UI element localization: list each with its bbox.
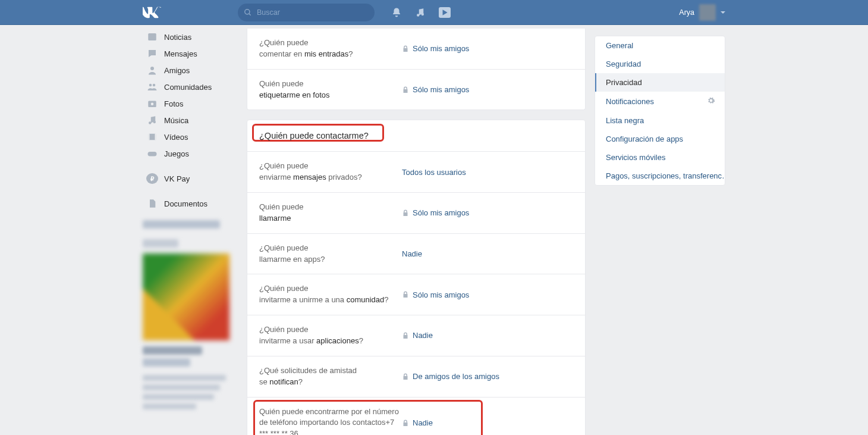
privacy-section-contact: ¿Quién puede contactarme? ¿Quién puedeen… — [247, 120, 586, 435]
privacy-value[interactable]: Sólo mis amigos — [402, 44, 469, 53]
privacy-question: Quién puede etiquetarme en fotos — [259, 79, 402, 101]
privacy-value[interactable]: Nadie — [402, 331, 433, 340]
svg-point-2 — [417, 14, 420, 17]
svg-point-5 — [150, 67, 154, 70]
svg-rect-13 — [148, 134, 149, 140]
settings-tab-label: Notificaciones — [606, 97, 654, 106]
sidebar-item-photos[interactable]: Fotos — [143, 95, 238, 112]
svg-point-11 — [153, 121, 156, 124]
lock-icon — [402, 373, 409, 380]
privacy-question: Quién puedellamarme — [259, 202, 402, 224]
sidebar-item-messages[interactable]: Mensajes — [143, 45, 238, 62]
games-icon — [146, 148, 158, 159]
notifications-icon[interactable] — [391, 7, 402, 18]
lock-icon — [402, 332, 409, 339]
settings-tab-label: Pagos, suscripciones, transferenc… — [606, 171, 725, 180]
svg-rect-4 — [148, 33, 156, 40]
settings-tab-seguridad[interactable]: Seguridad — [595, 55, 725, 73]
sidebar-item-music[interactable]: Música — [143, 112, 238, 129]
settings-nav: GeneralSeguridadPrivacidadNotificaciones… — [595, 25, 725, 186]
left-sidebar: NoticiasMensajesAmigosComunidadesFotosMú… — [143, 25, 238, 413]
sidebar-item-label: Mensajes — [164, 49, 197, 58]
sidebar-item-documents[interactable]: Documentos — [143, 195, 238, 212]
privacy-value[interactable]: Nadie — [402, 418, 433, 427]
lock-icon — [402, 420, 409, 427]
privacy-value[interactable]: Sólo mis amigos — [402, 290, 469, 299]
search-input[interactable] — [256, 8, 369, 17]
videos-icon — [146, 131, 158, 143]
play-icon[interactable] — [439, 7, 451, 18]
privacy-question: ¿Quién puedeinvitarme a unirme a una com… — [259, 283, 402, 306]
search-box[interactable] — [238, 4, 375, 21]
privacy-row: Quién puede encontrarme por el número de… — [247, 397, 585, 436]
communities-icon — [146, 81, 158, 93]
user-menu[interactable]: Arya — [679, 4, 725, 21]
vk-logo[interactable] — [143, 7, 238, 18]
sidebar-item-label: Amigos — [164, 66, 190, 75]
svg-point-0 — [245, 9, 250, 14]
username: Arya — [679, 8, 694, 17]
privacy-row: ¿Quién puedecomentar en mis entradas?Sól… — [247, 29, 585, 69]
document-icon — [146, 198, 158, 209]
svg-line-1 — [249, 13, 251, 15]
lock-icon — [402, 209, 409, 217]
avatar — [699, 4, 716, 21]
privacy-row: ¿Quién puedellamarme en apps?Nadie — [247, 233, 585, 274]
privacy-question: ¿Quién puedellamarme en apps? — [259, 243, 402, 265]
sidebar-extra — [143, 220, 238, 409]
settings-tab-notificaciones[interactable]: Notificaciones — [595, 92, 725, 111]
privacy-row: ¿Quién puedeenviarme mensajes privados?T… — [247, 151, 585, 192]
privacy-question: Quién puede encontrarme por el número de… — [259, 406, 402, 436]
messages-icon — [146, 48, 158, 60]
privacy-value[interactable]: Sólo mis amigos — [402, 208, 469, 217]
sidebar-item-vkpay[interactable]: ₽ VK Pay — [143, 170, 238, 187]
sidebar-item-label: Fotos — [164, 99, 184, 108]
lock-icon — [402, 45, 409, 52]
privacy-value[interactable]: Todos los usuarios — [402, 168, 466, 177]
svg-rect-14 — [155, 134, 156, 140]
svg-rect-15 — [148, 152, 157, 157]
svg-point-3 — [422, 12, 424, 15]
news-icon — [146, 31, 158, 43]
settings-tab-general[interactable]: General — [595, 36, 725, 55]
lock-icon — [402, 291, 409, 298]
svg-point-9 — [151, 103, 154, 106]
main-content: ¿Quién puedecomentar en mis entradas?Sól… — [247, 25, 586, 435]
settings-tab-servicios-m-viles[interactable]: Servicios móviles — [595, 148, 725, 167]
sidebar-item-news[interactable]: Noticias — [143, 29, 238, 45]
svg-point-7 — [153, 84, 156, 87]
settings-tab-label: Lista negra — [606, 116, 644, 125]
sidebar-item-label: Juegos — [164, 149, 189, 158]
privacy-row: ¿Qué solicitudes de amistadse notifican?… — [247, 356, 585, 397]
privacy-row: Quién puedellamarmeSólo mis amigos — [247, 192, 585, 233]
sidebar-item-label: VK Pay — [164, 174, 190, 183]
sidebar-item-videos[interactable]: Vídeos — [143, 129, 238, 145]
privacy-row: Quién puede etiquetarme en fotosSólo mis… — [247, 69, 585, 110]
top-header: Arya — [0, 0, 868, 25]
settings-tab-label: Privacidad — [606, 78, 642, 87]
ruble-icon: ₽ — [146, 173, 158, 184]
settings-tab-pagos-suscripciones-transferenc-[interactable]: Pagos, suscripciones, transferenc… — [595, 167, 725, 185]
music-icon — [146, 114, 158, 126]
promo-image[interactable] — [143, 254, 229, 340]
privacy-question: ¿Quién puedeinvitarme a usar aplicacione… — [259, 324, 402, 347]
settings-tab-label: Seguridad — [606, 60, 641, 68]
privacy-question: ¿Qué solicitudes de amistadse notifican? — [259, 365, 402, 388]
sidebar-item-communities[interactable]: Comunidades — [143, 79, 238, 95]
sidebar-item-label: Noticias — [164, 33, 191, 42]
privacy-question: ¿Quién puedecomentar en mis entradas? — [259, 37, 402, 60]
sidebar-item-friends[interactable]: Amigos — [143, 62, 238, 79]
settings-tab-configuraci-n-de-apps[interactable]: Configuración de apps — [595, 130, 725, 148]
settings-tab-label: Servicios móviles — [606, 153, 665, 162]
gear-icon[interactable] — [707, 96, 715, 107]
settings-tab-lista-negra[interactable]: Lista negra — [595, 111, 725, 130]
music-icon[interactable] — [415, 7, 426, 18]
privacy-row: ¿Quién puedeinvitarme a unirme a una com… — [247, 274, 585, 315]
privacy-value[interactable]: De amigos de los amigos — [402, 372, 499, 381]
privacy-value[interactable]: Sólo mis amigos — [402, 85, 469, 94]
sidebar-item-games[interactable]: Juegos — [143, 145, 238, 162]
privacy-section-activity: ¿Quién puedecomentar en mis entradas?Sól… — [247, 29, 586, 110]
privacy-value[interactable]: Nadie — [402, 249, 422, 258]
sidebar-item-label: Música — [164, 116, 188, 125]
settings-tab-privacidad[interactable]: Privacidad — [595, 73, 725, 92]
